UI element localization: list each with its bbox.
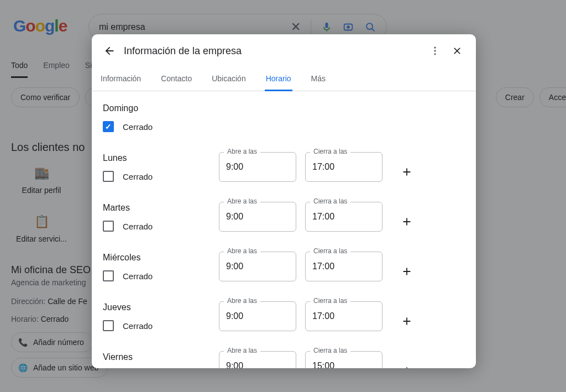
open-time-input[interactable]: Abre a las9:00 [219, 152, 296, 182]
closed-checkbox[interactable] [103, 320, 114, 331]
add-hours-button[interactable] [397, 262, 417, 281]
modal-tab-información[interactable]: Información [99, 67, 142, 91]
close-time-value: 17:00 [312, 212, 334, 222]
day-row-viernes: ViernesCerradoAbre a las9:00Cierra a las… [103, 351, 465, 368]
add-hours-button[interactable] [397, 361, 417, 368]
close-time-value: 17:00 [312, 162, 334, 172]
business-info-modal: Información de la empresa InformaciónCon… [92, 34, 476, 368]
day-name: Miércoles [103, 253, 219, 263]
close-label: Cierra a las [310, 148, 350, 155]
closed-label: Cerrado [123, 321, 153, 331]
close-time-input[interactable]: Cierra a las17:00 [305, 301, 382, 331]
close-label: Cierra a las [310, 347, 350, 354]
open-time-input[interactable]: Abre a las9:00 [219, 252, 296, 281]
day-name: Lunes [103, 153, 219, 163]
close-label: Cierra a las [310, 197, 350, 205]
day-name: Viernes [103, 352, 219, 362]
day-row-martes: MartesCerradoAbre a las9:00Cierra a las1… [103, 202, 465, 232]
open-time-value: 9:00 [226, 361, 243, 368]
closed-checkbox[interactable] [103, 221, 114, 232]
day-row-lunes: LunesCerradoAbre a las9:00Cierra a las17… [103, 152, 465, 182]
svg-point-4 [434, 47, 436, 49]
close-time-input[interactable]: Cierra a las17:00 [305, 252, 382, 281]
open-time-value: 9:00 [226, 162, 243, 172]
add-hours-button[interactable] [397, 212, 417, 232]
open-label: Abre a las [224, 148, 260, 155]
close-time-input[interactable]: Cierra a las17:00 [305, 202, 382, 232]
closed-checkbox[interactable] [103, 121, 114, 132]
day-name: Jueves [103, 302, 219, 312]
closed-label: Cerrado [123, 122, 153, 132]
close-button[interactable] [446, 40, 468, 62]
add-hours-button[interactable] [397, 311, 417, 331]
open-time-input[interactable]: Abre a las9:00 [219, 351, 296, 368]
open-label: Abre a las [224, 247, 260, 255]
modal-tab-más[interactable]: Más [310, 67, 327, 91]
closed-checkbox[interactable] [103, 171, 114, 182]
day-name: Domingo [103, 103, 219, 113]
open-time-input[interactable]: Abre a las9:00 [219, 301, 296, 331]
more-options-button[interactable] [424, 40, 446, 62]
close-time-input[interactable]: Cierra a las17:00 [305, 152, 382, 182]
day-row-domingo: DomingoCerrado [103, 103, 465, 132]
modal-tab-horario[interactable]: Horario [265, 67, 292, 91]
svg-point-5 [434, 50, 436, 51]
back-button[interactable] [99, 41, 119, 61]
modal-header: Información de la empresa [92, 34, 476, 67]
open-label: Abre a las [224, 297, 260, 305]
close-time-input[interactable]: Cierra a las15:00 [305, 351, 382, 368]
modal-title: Información de la empresa [124, 45, 424, 57]
close-time-value: 17:00 [312, 262, 334, 271]
closed-label: Cerrado [123, 172, 153, 181]
open-time-input[interactable]: Abre a las9:00 [219, 202, 296, 232]
svg-point-6 [434, 53, 436, 55]
modal-body: DomingoCerradoLunesCerradoAbre a las9:00… [92, 91, 476, 368]
close-label: Cierra a las [310, 247, 350, 255]
modal-tab-ubicación[interactable]: Ubicación [211, 67, 247, 91]
modal-tab-contacto[interactable]: Contacto [160, 67, 193, 91]
open-label: Abre a las [224, 347, 260, 354]
close-time-value: 15:00 [312, 361, 334, 368]
modal-tabs: InformaciónContactoUbicaciónHorarioMás [92, 67, 476, 91]
closed-checkbox[interactable] [103, 270, 114, 281]
closed-label: Cerrado [123, 271, 153, 281]
closed-label: Cerrado [123, 222, 153, 231]
day-row-jueves: JuevesCerradoAbre a las9:00Cierra a las1… [103, 301, 465, 331]
day-name: Martes [103, 203, 219, 213]
close-time-value: 17:00 [312, 311, 334, 321]
add-hours-button[interactable] [397, 162, 417, 182]
open-time-value: 9:00 [226, 262, 243, 271]
close-label: Cierra a las [310, 297, 350, 305]
open-time-value: 9:00 [226, 212, 243, 222]
day-row-miércoles: MiércolesCerradoAbre a las9:00Cierra a l… [103, 252, 465, 281]
open-time-value: 9:00 [226, 311, 243, 321]
open-label: Abre a las [224, 197, 260, 205]
